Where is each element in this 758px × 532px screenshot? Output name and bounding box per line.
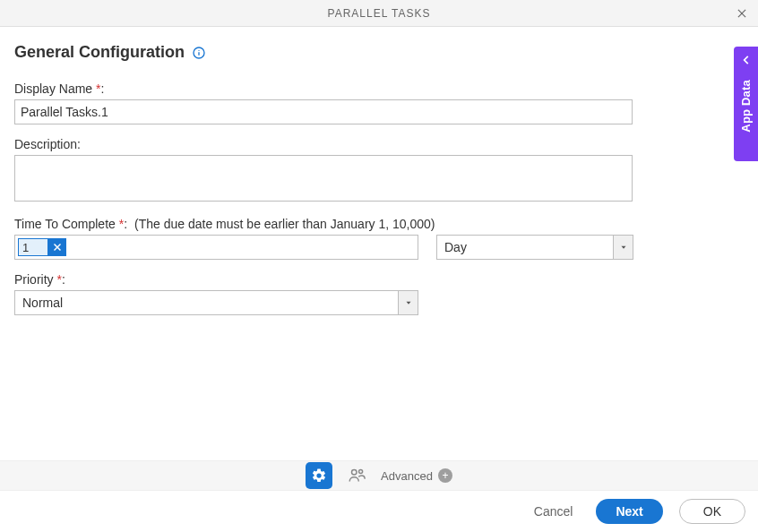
gear-icon[interactable] xyxy=(306,462,332,489)
time-row: 1 Day xyxy=(14,235,744,260)
display-name-label: Display Name *: xyxy=(14,82,104,96)
section-header: General Configuration xyxy=(14,43,744,62)
priority-value: Normal xyxy=(15,296,70,310)
priority-group: Priority *: Normal xyxy=(14,272,744,315)
titlebar: PARALLEL TASKS xyxy=(0,0,758,27)
time-hint: (The due date must be earlier than Janua… xyxy=(134,217,435,231)
time-chip: 1 xyxy=(18,238,66,256)
cancel-button[interactable]: Cancel xyxy=(527,499,581,524)
svg-point-10 xyxy=(359,469,363,473)
roles-icon[interactable] xyxy=(347,466,366,485)
next-button[interactable]: Next xyxy=(596,499,662,524)
content: General Configuration Display Name *: De… xyxy=(0,27,758,315)
sidetab-label: App Data xyxy=(739,80,753,133)
plus-icon: + xyxy=(438,468,452,483)
svg-point-4 xyxy=(198,49,199,50)
time-unit-value: Day xyxy=(437,240,474,254)
time-chip-value: 1 xyxy=(18,238,48,256)
ok-button[interactable]: OK xyxy=(679,499,745,524)
description-label: Description: xyxy=(14,137,81,151)
priority-select[interactable]: Normal xyxy=(14,290,418,315)
display-name-label-row: Display Name *: xyxy=(14,82,744,96)
priority-label-row: Priority *: xyxy=(14,272,744,287)
description-input[interactable] xyxy=(14,155,633,202)
chevron-left-icon xyxy=(740,54,753,69)
svg-marker-7 xyxy=(621,246,625,249)
time-unit-select[interactable]: Day xyxy=(436,235,633,260)
chevron-down-icon xyxy=(613,236,633,259)
footer: Cancel Next OK xyxy=(0,491,758,532)
advanced-toggle[interactable]: Advanced + xyxy=(381,468,452,483)
titlebar-title: PARALLEL TASKS xyxy=(328,7,431,20)
time-label-row: Time To Complete *: (The due date must b… xyxy=(14,217,744,231)
svg-point-9 xyxy=(352,470,357,476)
description-group: Description: xyxy=(14,137,744,204)
close-icon[interactable] xyxy=(733,4,751,22)
display-name-group: Display Name *: xyxy=(14,82,744,124)
info-icon[interactable] xyxy=(192,46,206,60)
svg-marker-8 xyxy=(406,302,410,305)
priority-label: Priority *: xyxy=(14,272,65,287)
time-group: Time To Complete *: (The due date must b… xyxy=(14,217,744,260)
display-name-input[interactable] xyxy=(14,99,633,124)
app-data-sidetab[interactable]: App Data xyxy=(734,47,758,161)
chevron-down-icon xyxy=(398,291,418,314)
time-label: Time To Complete *: xyxy=(14,217,127,231)
toolbar-strip: Advanced + xyxy=(0,460,758,491)
chip-remove-icon[interactable] xyxy=(48,238,66,256)
section-title: General Configuration xyxy=(14,43,185,62)
time-chip-field[interactable]: 1 xyxy=(14,235,418,260)
advanced-label: Advanced xyxy=(381,469,433,483)
description-label-row: Description: xyxy=(14,137,744,151)
